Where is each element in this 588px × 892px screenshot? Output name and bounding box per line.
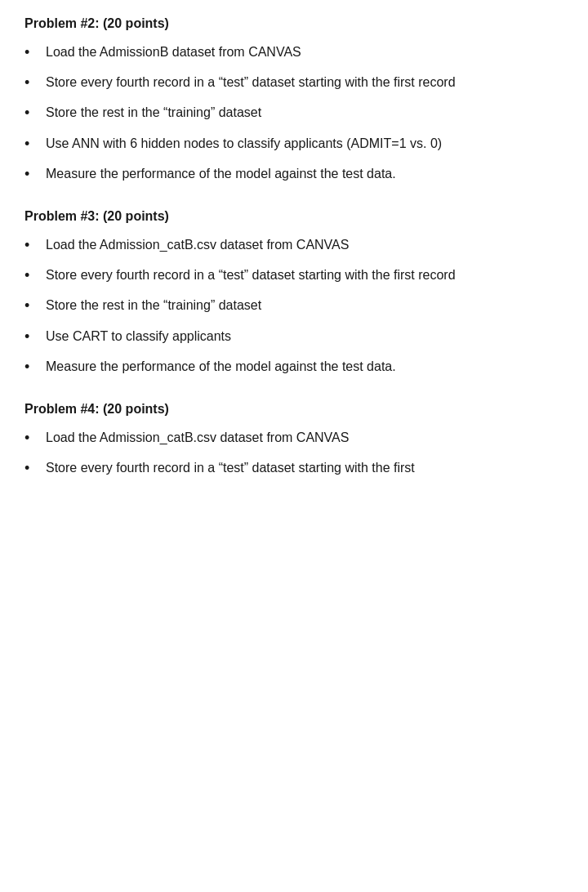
- bullet-icon: •: [24, 73, 41, 93]
- list-item: • Store the rest in the “training” datas…: [24, 103, 564, 123]
- bullet-icon: •: [24, 42, 41, 63]
- bullet-text: Load the Admission_catB.csv dataset from…: [46, 428, 564, 448]
- bullet-text: Measure the performance of the model aga…: [46, 164, 564, 184]
- bullet-icon: •: [24, 428, 41, 448]
- problem-3-title: Problem #3: (20 points): [24, 209, 564, 224]
- problem-4-title: Problem #4: (20 points): [24, 402, 564, 417]
- list-item: • Store every fourth record in a “test” …: [24, 73, 564, 93]
- list-item: • Store the rest in the “training” datas…: [24, 296, 564, 316]
- bullet-icon: •: [24, 357, 41, 377]
- bullet-text: Store every fourth record in a “test” da…: [46, 73, 564, 92]
- bullet-text: Use CART to classify applicants: [46, 327, 564, 346]
- list-item: • Use ANN with 6 hidden nodes to classif…: [24, 134, 564, 154]
- bullet-text: Measure the performance of the model aga…: [46, 357, 564, 377]
- problem-2-title: Problem #2: (20 points): [24, 16, 564, 31]
- problem-3-list: • Load the Admission_catB.csv dataset fr…: [24, 235, 564, 377]
- list-item: • Measure the performance of the model a…: [24, 357, 564, 377]
- bullet-text: Store every fourth record in a “test” da…: [46, 265, 564, 285]
- bullet-icon: •: [24, 458, 41, 479]
- bullet-icon: •: [24, 103, 41, 123]
- problem-4-section: Problem #4: (20 points) • Load the Admis…: [24, 402, 564, 479]
- bullet-text: Load the AdmissionB dataset from CANVAS: [46, 42, 564, 62]
- bullet-icon: •: [24, 164, 41, 185]
- bullet-icon: •: [24, 296, 41, 316]
- list-item: • Load the Admission_catB.csv dataset fr…: [24, 428, 564, 448]
- bullet-icon: •: [24, 327, 41, 347]
- page-content: Problem #2: (20 points) • Load the Admis…: [0, 0, 588, 892]
- list-item: • Use CART to classify applicants: [24, 327, 564, 347]
- problem-4-list: • Load the Admission_catB.csv dataset fr…: [24, 428, 564, 479]
- bullet-icon: •: [24, 265, 41, 286]
- list-item: • Load the AdmissionB dataset from CANVA…: [24, 42, 564, 63]
- problem-2-section: Problem #2: (20 points) • Load the Admis…: [24, 16, 564, 185]
- list-item: • Measure the performance of the model a…: [24, 164, 564, 185]
- bullet-text: Store the rest in the “training” dataset: [46, 103, 564, 123]
- bullet-text: Store every fourth record in a “test” da…: [46, 458, 564, 478]
- list-item: • Store every fourth record in a “test” …: [24, 458, 564, 479]
- bullet-icon: •: [24, 235, 41, 256]
- list-item: • Load the Admission_catB.csv dataset fr…: [24, 235, 564, 256]
- bullet-text: Use ANN with 6 hidden nodes to classify …: [46, 134, 564, 154]
- bullet-text: Load the Admission_catB.csv dataset from…: [46, 235, 564, 255]
- problem-3-section: Problem #3: (20 points) • Load the Admis…: [24, 209, 564, 377]
- bullet-icon: •: [24, 134, 41, 154]
- list-item: • Store every fourth record in a “test” …: [24, 265, 564, 286]
- bullet-text: Store the rest in the “training” dataset: [46, 296, 564, 315]
- problem-2-list: • Load the AdmissionB dataset from CANVA…: [24, 42, 564, 185]
